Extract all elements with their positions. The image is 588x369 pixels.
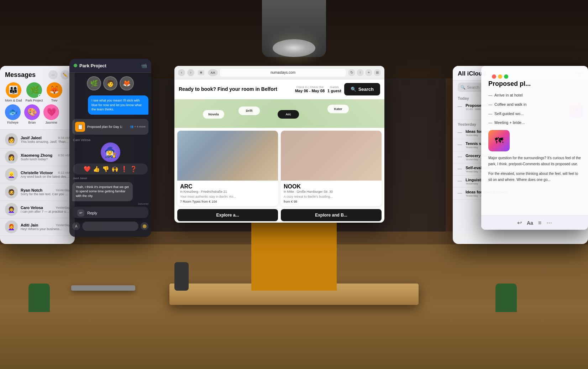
contact-avatar: 🌿: [26, 82, 42, 98]
question-reaction[interactable]: ❓: [130, 166, 137, 172]
proposed-plan-card[interactable]: 📋 Proposed plan for Day 1: 👥 + 4 more: [72, 119, 148, 135]
pin-label: Arc: [285, 113, 291, 116]
msg-preview: I can join after 7 — at practice until t…: [21, 210, 70, 213]
close-btn[interactable]: [492, 74, 496, 79]
doc-item-text: Meeting + bride...: [494, 119, 525, 126]
map-pin-arc[interactable]: Arc: [278, 110, 299, 119]
hotel-image: [177, 131, 278, 181]
message-item[interactable]: 👱‍♀️ Christelle Victoor 8:12 AM Any word…: [0, 166, 75, 183]
browser-tab[interactable]: ⊞: [198, 70, 204, 75]
contact-label: Park Project: [26, 99, 43, 102]
hotel-rooms: 7 Room Types from € 104: [180, 200, 275, 203]
url-text: numastays.com: [271, 71, 295, 74]
participant-avatars: 🌿 🧑 🦊: [69, 73, 151, 94]
video-call-btn[interactable]: 📹: [141, 62, 147, 69]
heart-reaction[interactable]: ❤️: [84, 166, 91, 172]
msg-avatar: 👱‍♀️: [5, 168, 18, 181]
guests-value: 1 guest: [327, 89, 341, 93]
doc-list-item: — Meeting + bride...: [488, 119, 581, 126]
contact-label: Trev: [51, 99, 58, 102]
explore-arc-btn[interactable]: Explore a...: [177, 209, 278, 221]
message-item[interactable]: 👩‍🦰 Aditi Jain Yesterday Hey! When's you…: [0, 218, 75, 236]
hotel-location: in Mitte · Große Hamburger Str. 30: [284, 190, 379, 193]
hotel-find-text: Ready to book? Find your room in Belfort: [179, 86, 292, 92]
map-section[interactable]: Novela Drift Arc Kater: [174, 99, 384, 128]
hotel-room-bg: [177, 131, 278, 181]
hotel-search-btn[interactable]: 🔍 Search: [344, 83, 380, 95]
msg-avatar: 🧑: [5, 133, 18, 146]
explore-nook-btn[interactable]: Explore and B...: [281, 209, 382, 221]
hotel-image: [281, 131, 382, 181]
hotel-checkin[interactable]: Check In | Check Out May 06 - May 08: [295, 85, 325, 93]
msg-content: Caro Velosa Yesterday I can join after 7…: [21, 206, 70, 213]
browser-aa-btn[interactable]: AA: [208, 69, 218, 76]
participant-avatar: 🌿: [87, 76, 101, 90]
thumbsdown-reaction[interactable]: 👎: [102, 166, 109, 172]
browser-forward-btn[interactable]: ›: [187, 69, 194, 76]
contact-trev[interactable]: 🦊 Trev: [47, 82, 62, 102]
exclaim-reaction[interactable]: ❗: [121, 166, 128, 172]
message-item[interactable]: 🧑 Jasif Jaleel 9:34 AM This looks amazin…: [0, 131, 75, 149]
browser-back-btn[interactable]: ‹: [178, 69, 185, 76]
contact-fisheye[interactable]: 🐟 Fisheye: [5, 104, 21, 124]
contact-jasmine[interactable]: 💗 Jasmine: [43, 104, 59, 124]
message-item[interactable]: 🧔 Ryan Notch Yesterday Sorry for the lat…: [0, 183, 75, 201]
browser-action-btns: ↻ ↑ + ⊞: [348, 69, 381, 76]
minimize-btn[interactable]: [498, 74, 502, 79]
messages-more-btn[interactable]: ···: [48, 70, 58, 79]
context-menu: ↩ Reply ⎘ Copy ··· More...: [72, 207, 148, 218]
browser-url-bar[interactable]: numastays.com: [220, 69, 346, 77]
hotel-search-bar: Ready to book? Find your room in Belfort…: [174, 79, 384, 99]
browser-tabs-btn[interactable]: ⊞: [374, 69, 381, 76]
hotel-info: ARC in Kreuzberg · Friedrichstraße 21 Yo…: [177, 181, 278, 206]
hotel-card-nook[interactable]: NOOK in Mitte · Große Hamburger Str. 30 …: [281, 131, 382, 206]
msg-content: Aditi Jain Yesterday Hey! When's your bu…: [21, 223, 70, 231]
messages-title: Messages: [5, 71, 36, 79]
chat-input-field[interactable]: [82, 222, 138, 231]
text-format-btn[interactable]: A: [72, 222, 80, 230]
browser-share-btn[interactable]: ↑: [357, 69, 364, 76]
reaction-bar[interactable]: ❤️ 👍 👎 🙌 ❗ ❓: [73, 163, 148, 175]
doc-image-thumb: 🗺: [488, 130, 510, 151]
maximize-btn[interactable]: [504, 74, 508, 79]
font-btn[interactable]: Aa: [527, 220, 533, 226]
msg-preview: Hey! When's your business...: [21, 227, 70, 231]
contact-park-project[interactable]: 🌿 Park Project: [26, 82, 43, 102]
map-pin-drift[interactable]: Drift: [238, 106, 260, 115]
proposed-doc-window: Proposed pl... — Arrive in at hotel — Co…: [481, 66, 588, 230]
msg-sender: Caro Velosa: [21, 206, 43, 210]
contact-brian[interactable]: 🎨 Brian: [24, 104, 40, 124]
list-btn[interactable]: ≡: [538, 220, 541, 226]
emoji-btn[interactable]: 😊: [141, 222, 148, 230]
map-pin-kater[interactable]: Kater: [327, 105, 349, 113]
hotel-cards: ARC in Kreuzberg · Friedrichstraße 21 Yo…: [174, 128, 384, 209]
hotel-desc: Your most authentic stay in Berlin: Ko..…: [180, 195, 275, 198]
msg-avatar: 👩‍🦰: [5, 220, 18, 233]
hands-reaction[interactable]: 🙌: [111, 166, 119, 172]
pinned-contacts-row: 👨‍👩‍👧 Mom & Dad 🌿 Park Project 🦊 Trev: [5, 82, 70, 102]
hotel-card-arc[interactable]: ARC in Kreuzberg · Friedrichstraße 21 Yo…: [177, 131, 278, 206]
chat-text: Yeah, I think it's important that we get…: [76, 185, 129, 198]
search-placeholder: Search: [467, 85, 479, 89]
map-pin-novela[interactable]: Novela: [203, 110, 224, 119]
undo-btn[interactable]: ↩: [517, 219, 522, 226]
messages-compose-btn[interactable]: ✏️: [61, 70, 70, 79]
participant-avatar: 🦊: [120, 76, 134, 90]
browser-toolbar: ‹ › ⊞ AA numastays.com ↻ ↑ + ⊞: [174, 66, 384, 79]
note-icon: —: [458, 130, 463, 135]
more-options-btn[interactable]: ⋯: [546, 219, 552, 226]
thumbsup-reaction[interactable]: 👍: [93, 166, 100, 172]
hotel-guests[interactable]: Guests 1 guest: [327, 85, 341, 93]
message-item[interactable]: 👩‍🦱 Caro Velosa Yesterday I can join aft…: [0, 201, 75, 218]
hotel-tagline: Ready to book? Find your room in Belfort: [179, 86, 292, 92]
context-reply[interactable]: ↩ Reply: [72, 207, 148, 218]
chair-left: [28, 284, 50, 312]
message-item[interactable]: 👩 Xiaomeng Zhong 8:50 AM Sushi lunch tod…: [0, 149, 75, 166]
messages-icon-group: ··· ✏️: [48, 70, 70, 79]
browser-refresh-btn[interactable]: ↻: [348, 69, 355, 76]
online-dot: [74, 64, 77, 67]
hotel-rooms: from € 98: [284, 200, 379, 203]
contact-mom-dad[interactable]: 👨‍👩‍👧 Mom & Dad: [5, 82, 22, 102]
laptop: [71, 285, 135, 291]
browser-bookmark-btn[interactable]: +: [365, 69, 372, 76]
